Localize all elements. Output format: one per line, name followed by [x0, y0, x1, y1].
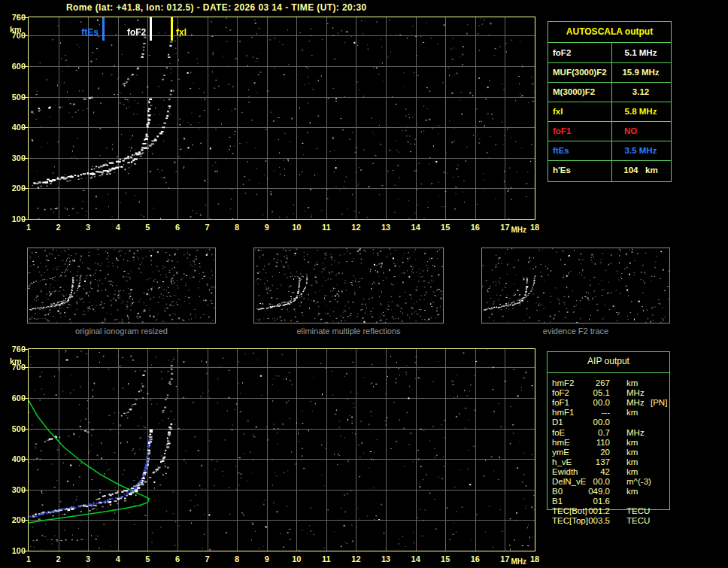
aip-row-label: foF1 [552, 398, 569, 407]
x-tick-label: 5 [138, 223, 156, 232]
x-axis-unit: MHz [511, 557, 526, 566]
x-tick-label: 8 [228, 223, 246, 232]
aip-row: hmF2267km [547, 378, 670, 388]
thumbnail-eliminate-reflections [253, 248, 444, 323]
x-tick-label: 7 [199, 223, 217, 232]
aip-row-unit: km [626, 487, 638, 496]
y-tick-mark [23, 429, 28, 430]
autoscala-row-label: h'Es [553, 166, 571, 175]
ftEs-marker-label: ftEs [67, 27, 99, 38]
aip-row-value: 049.0 [577, 487, 610, 496]
aip-row-value: 110 [577, 438, 616, 447]
aip-row-label: B0 [552, 487, 563, 496]
aip-row-unit: TECU [626, 516, 650, 525]
aip-row-label: h_vE [552, 457, 572, 466]
y-tick-mark [23, 551, 28, 551]
aip-row-label: hmE [552, 438, 570, 447]
aip-row: ymE20km [547, 448, 670, 457]
autoscala-row-label: foF2 [553, 48, 571, 57]
thumbnail-eliminate-canvas [254, 248, 443, 323]
x-tick-label: 8 [228, 554, 246, 563]
x-tick-label: 11 [317, 223, 335, 232]
autoscala-row-border [548, 102, 671, 102]
x-tick-label: 13 [377, 223, 395, 232]
x-tick-label: 10 [287, 223, 305, 232]
station-title: Rome (lat: +41.8, lon: 012.5) - DATE: 20… [66, 2, 367, 13]
y-tick-mark [23, 97, 28, 98]
aip-row: D100.0 [547, 418, 670, 427]
aip-row-value: 01.6 [577, 497, 610, 506]
aip-row-value: 00.0 [577, 418, 610, 427]
aip-row: TEC[Top]003.5TECU [547, 516, 670, 526]
y-tick-mark [23, 490, 28, 491]
ftEs-marker-line [102, 17, 105, 41]
thumbnail-evidence-canvas [482, 248, 669, 323]
aip-row-value: 003.5 [577, 516, 610, 525]
autoscala-row-border [548, 62, 671, 63]
y-tick-mark [23, 127, 28, 128]
aip-row-value: 42 [577, 467, 616, 476]
y-tick-mark [23, 219, 28, 220]
x-tick-label: 1 [20, 554, 38, 563]
bottom-ionogram-plot [28, 348, 535, 551]
y-tick-mark [23, 66, 28, 67]
aip-row-value: 137 [577, 457, 616, 466]
thumbnail-evidence-f2 [481, 248, 670, 323]
aip-row-label: D1 [552, 418, 563, 427]
autoscala-table-title: AUTOSCALA output [548, 22, 671, 43]
autoscala-row-label: ftEs [553, 146, 569, 155]
y-axis-unit: km [10, 25, 22, 34]
x-tick-label: 12 [347, 223, 365, 232]
aip-row-label: hmF2 [552, 378, 574, 387]
x-tick-label: 14 [407, 554, 425, 563]
aip-row: hmE110km [547, 438, 670, 448]
x-tick-label: 5 [138, 554, 156, 563]
x-tick-label: 4 [109, 223, 127, 232]
y-tick-mark [23, 349, 28, 350]
y-tick-mark [23, 35, 28, 36]
x-axis-unit: MHz [511, 226, 526, 234]
aip-row-value: 0.7 [577, 428, 610, 437]
top-ionogram-canvas [29, 17, 535, 219]
aip-row-unit: km [626, 467, 638, 476]
x-tick-label: 16 [466, 223, 484, 232]
y-tick-mark [23, 520, 28, 521]
x-tick-label: 2 [50, 223, 68, 232]
autoscala-row-label: fxI [553, 107, 563, 116]
x-tick-label: 9 [258, 554, 276, 563]
aip-row-unit: km [626, 448, 638, 457]
autoscala-row-value: 5.8 MHz [612, 107, 669, 116]
y-tick-mark [23, 459, 28, 460]
aip-row: TEC[Bot]001.2TECU [547, 506, 670, 516]
foF2-marker-label: foF2 [114, 27, 146, 38]
aip-row-label: foF2 [552, 388, 569, 397]
aip-row: foE0.7MHz [547, 428, 670, 438]
thumbnail-original-ionogram [27, 248, 216, 323]
x-tick-label: 12 [347, 554, 365, 563]
bottom-ionogram-canvas [29, 349, 535, 551]
y-tick-mark [23, 188, 28, 189]
x-tick-label: 10 [287, 554, 305, 563]
y-tick-mark [23, 367, 28, 368]
thumbnail-caption-original: original ionogram resized [27, 327, 216, 336]
x-tick-label: 15 [436, 223, 454, 232]
aip-row: foF100.0MHz[PN] [547, 398, 670, 408]
aip-table-divider [547, 372, 670, 373]
autoscala-row-value: 5.1 MHz [612, 48, 669, 57]
x-tick-label: 7 [199, 554, 217, 563]
aip-row-unit: TECU [626, 506, 650, 515]
x-tick-label: 18 [526, 554, 544, 563]
aip-row-unit: km [626, 457, 638, 466]
x-tick-label: 3 [79, 223, 97, 232]
x-tick-label: 4 [109, 554, 127, 563]
fxI-marker-label: fxI [176, 27, 187, 38]
autoscala-row-border [548, 121, 671, 122]
aip-row-value: 20 [577, 448, 616, 457]
aip-row-value: 00.0 [577, 398, 610, 407]
autoscala-row-border [548, 141, 671, 141]
autoscala-row-label: foF1 [553, 126, 571, 135]
autoscala-window: Rome (lat: +41.8, lon: 012.5) - DATE: 20… [0, 0, 728, 568]
autoscala-output-table: AUTOSCALA outputfoF25.1 MHzMUF(3000)F215… [548, 21, 672, 182]
aip-row: hmF1---km [547, 408, 670, 418]
x-tick-label: 2 [50, 554, 68, 563]
